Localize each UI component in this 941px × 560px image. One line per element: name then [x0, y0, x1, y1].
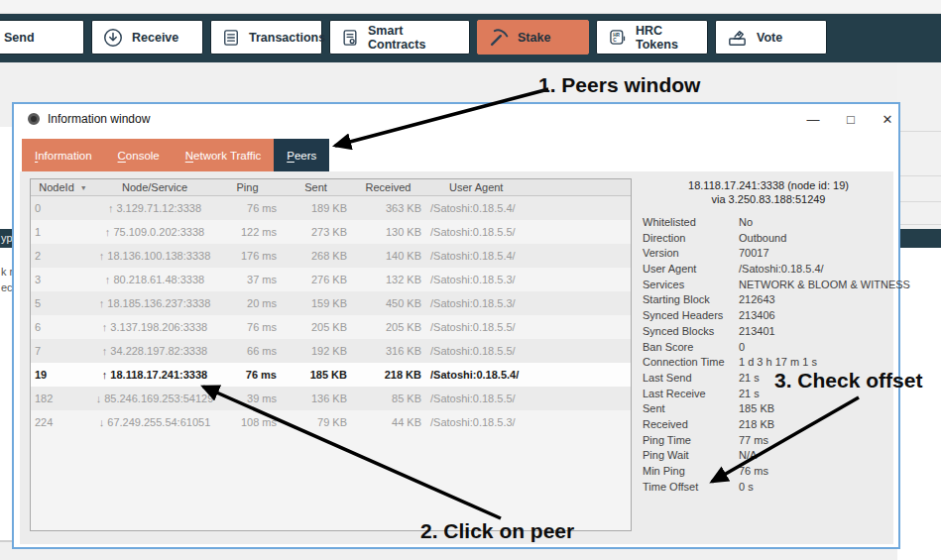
peer-cell-addr: ↑ 18.118.17.241:3338 — [95, 363, 214, 387]
column-header-sent[interactable]: Sent — [281, 179, 351, 195]
peer-cell-ping: 176 ms — [214, 244, 281, 268]
peer-cell-ua: /Satoshi:0.18.5.3/ — [425, 410, 631, 434]
column-header-ping[interactable]: Ping — [214, 179, 281, 195]
peer-cell-sent: 192 KB — [281, 339, 351, 363]
detail-row-version: Version70017 — [643, 246, 894, 262]
toolbar-button-label: Transactions — [249, 31, 325, 45]
detail-row-ping-time: Ping Time77 ms — [643, 433, 894, 449]
peer-cell-ping: 76 ms — [214, 315, 281, 339]
peer-row-19[interactable]: 19↑ 18.118.17.241:333876 ms185 KB218 KB/… — [31, 363, 631, 387]
peer-cell-addr: ↑ 18.136.100.138:3338 — [95, 244, 214, 268]
peer-cell-ping: 76 ms — [214, 196, 281, 220]
peer-row-5[interactable]: 5↑ 18.185.136.237:333820 ms159 KB450 KB/… — [31, 291, 631, 315]
detail-label: Ban Score — [643, 340, 739, 356]
detail-row-direction: DirectionOutbound — [643, 231, 894, 247]
peer-cell-id: 2 — [31, 244, 95, 268]
column-header-received[interactable]: Received — [351, 179, 425, 195]
toolbar-button-send[interactable]: Send — [0, 20, 84, 55]
peer-cell-addr: ↑ 3.137.198.206:3338 — [95, 315, 214, 339]
detail-value: 0 s — [739, 480, 894, 496]
peer-cell-recv: 316 KB — [351, 339, 425, 363]
peer-row-2[interactable]: 2↑ 18.136.100.138:3338176 ms268 KB140 KB… — [31, 244, 631, 268]
peer-row-7[interactable]: 7↑ 34.228.197.82:333866 ms192 KB316 KB/S… — [31, 339, 631, 363]
column-header-user-agent[interactable]: User Agent — [425, 179, 631, 195]
toolbar-button-label: Send — [4, 31, 35, 45]
tab-network-traffic[interactable]: Network Traffic — [173, 139, 274, 171]
toolbar-button-stake[interactable]: Stake — [477, 20, 589, 55]
peer-cell-id: 182 — [31, 387, 95, 410]
detail-row-received: Received218 KB — [643, 417, 894, 433]
peer-cell-sent: 268 KB — [281, 244, 351, 268]
peer-cell-addr: ↓ 67.249.255.54:61051 — [95, 410, 214, 434]
hrc-tokens-icon: HRC — [607, 27, 628, 48]
detail-row-starting-block: Starting Block212643 — [643, 292, 894, 308]
annotation-check-offset: 3. Check offset — [774, 369, 922, 392]
toolbar-button-smart-contracts[interactable]: Smart Contracts — [329, 20, 470, 55]
tab-peers[interactable]: Peers — [274, 139, 329, 171]
peer-cell-id: 5 — [31, 291, 95, 315]
detail-label: Whitelisted — [643, 215, 739, 231]
peers-table: NodeId▼Node/ServicePingSentReceivedUser … — [30, 178, 632, 531]
svg-text:HR: HR — [613, 33, 620, 38]
toolbar-button-label: Vote — [757, 31, 782, 45]
peer-cell-addr: ↑ 34.228.197.82:3338 — [95, 339, 214, 363]
annotation-peers-window: 1. Peers window — [538, 73, 700, 97]
tab-information[interactable]: Information — [22, 139, 105, 171]
peer-cell-sent: 159 KB — [281, 291, 351, 315]
detail-label: Time Offset — [643, 480, 739, 496]
detail-label: Synced Blocks — [643, 324, 739, 340]
toolbar-button-vote[interactable]: Vote — [715, 20, 827, 55]
peer-cell-ping: 20 ms — [214, 291, 281, 315]
detail-row-ban-score: Ban Score0 — [643, 340, 894, 356]
peer-cell-id: 6 — [31, 315, 95, 339]
detail-label: Connection Time — [643, 355, 739, 371]
window-titlebar: Information window — □ ✕ — [14, 104, 898, 137]
dialog-body: NodeId▼Node/ServicePingSentReceivedUser … — [20, 171, 893, 544]
detail-value: 213401 — [739, 324, 894, 340]
detail-label: Direction — [643, 231, 739, 247]
toolbar-button-receive[interactable]: Receive — [91, 20, 203, 55]
peer-row-6[interactable]: 6↑ 3.137.198.206:333876 ms205 KB205 KB/S… — [31, 315, 631, 339]
peer-cell-addr: ↑ 18.185.136.237:3338 — [95, 291, 214, 315]
annotation-click-on-peer: 2. Click on peer — [420, 519, 574, 543]
peer-cell-sent: 79 KB — [281, 410, 351, 434]
detail-row-whitelisted: WhitelistedNo — [643, 215, 894, 231]
detail-row-ping-wait: Ping WaitN/A — [643, 448, 894, 464]
column-header-node-service[interactable]: Node/Service — [95, 179, 214, 195]
background-panel-fragment: k r ect — [0, 127, 12, 542]
peer-row-1[interactable]: 1↑ 75.109.0.202:3338122 ms273 KB130 KB/S… — [31, 220, 631, 244]
toolbar-button-label: Smart Contracts — [368, 24, 459, 52]
detail-value: 185 KB — [739, 401, 894, 417]
detail-value: 213406 — [739, 308, 894, 324]
detail-value: 76 ms — [739, 464, 894, 480]
peer-cell-ping: 39 ms — [214, 387, 281, 410]
detail-row-time-offset: Time Offset0 s — [643, 480, 894, 496]
peer-cell-recv: 218 KB — [351, 363, 425, 387]
peer-row-0[interactable]: 0↑ 3.129.71.12:333876 ms189 KB363 KB/Sat… — [31, 196, 631, 220]
minimize-button[interactable]: — — [802, 108, 824, 132]
detail-label: Starting Block — [643, 292, 739, 308]
tab-console[interactable]: Console — [105, 139, 173, 171]
main-toolbar: SendReceiveTransactionsSmart ContractsSt… — [0, 14, 941, 62]
app-logo-icon — [28, 113, 40, 125]
peer-cell-id: 1 — [31, 220, 95, 244]
toolbar-button-hrc-tokens[interactable]: HRCHRC Tokens — [596, 20, 708, 55]
peer-cell-ua: /Satoshi:0.18.5.4/ — [425, 363, 631, 387]
detail-label: User Agent — [643, 262, 739, 278]
toolbar-button-transactions[interactable]: Transactions — [210, 20, 322, 55]
toolbar-button-label: Stake — [518, 31, 550, 45]
maximize-button[interactable]: □ — [840, 108, 862, 132]
peer-cell-ua: /Satoshi:0.18.5.5/ — [425, 387, 631, 410]
peer-cell-recv: 140 KB — [351, 244, 425, 268]
column-header-nodeid[interactable]: NodeId▼ — [31, 179, 95, 195]
close-button[interactable]: ✕ — [877, 108, 898, 132]
peer-row-224[interactable]: 224↓ 67.249.255.54:61051108 ms79 KB44 KB… — [31, 410, 631, 434]
peer-row-182[interactable]: 182↓ 85.246.169.253:5412939 ms136 KB85 K… — [31, 387, 631, 410]
peer-cell-recv: 363 KB — [351, 196, 425, 220]
peer-cell-sent: 136 KB — [281, 387, 351, 410]
peer-cell-ua: /Satoshi:0.18.5.3/ — [425, 291, 631, 315]
detail-value: 70017 — [739, 246, 894, 262]
background-panel-fragment — [897, 248, 941, 560]
peer-row-3[interactable]: 3↑ 80.218.61.48:333837 ms276 KB132 KB/Sa… — [31, 268, 631, 291]
peer-cell-recv: 132 KB — [351, 268, 425, 291]
